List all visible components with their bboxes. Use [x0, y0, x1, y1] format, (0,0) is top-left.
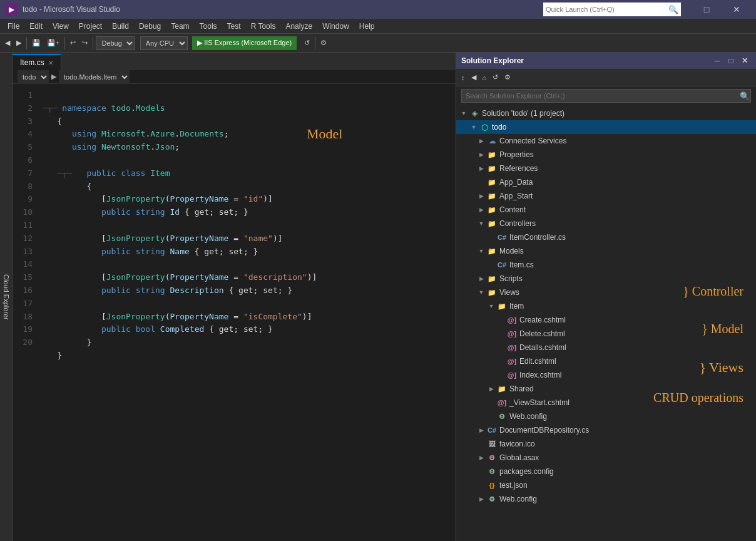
menu-edit[interactable]: Edit: [24, 19, 48, 34]
cs-icon: C#: [496, 261, 508, 269]
toolbar-forward[interactable]: ▶: [14, 36, 24, 51]
tree-item-controllers[interactable]: ▼📁Controllers: [456, 217, 756, 230]
close-button[interactable]: ✕: [722, 0, 751, 19]
menu-rtools[interactable]: R Tools: [246, 19, 281, 34]
expand-icon: ▶: [476, 152, 486, 158]
se-float-button[interactable]: □: [725, 54, 737, 67]
toolbar-save[interactable]: 💾: [29, 36, 43, 51]
tree-item-packages-config[interactable]: ⚙packages.config: [456, 465, 756, 478]
tree-item-create-cshtml[interactable]: @]Create.cshtml: [456, 313, 756, 327]
tree-item-label: Views: [499, 288, 519, 297]
tree-item-connectedservices[interactable]: ▶☁Connected Services: [456, 134, 756, 148]
tree-item-delete-cshtml[interactable]: @]Delete.cshtml: [456, 327, 756, 341]
tree-item-details-cshtml[interactable]: @]Details.cshtml: [456, 341, 756, 354]
toolbar-more[interactable]: ⚙: [318, 36, 329, 51]
run-button[interactable]: ▶ IIS Express (Microsoft Edge): [192, 36, 297, 50]
cloud-explorer-tab[interactable]: Cloud Explorer: [0, 53, 13, 541]
tree-item-label: App_Start: [499, 192, 533, 200]
folder-icon: 📁: [486, 206, 498, 214]
menu-tools[interactable]: Tools: [195, 19, 222, 34]
tree-item-favicon-ico[interactable]: 🖼favicon.ico: [456, 437, 756, 451]
model-annotation: Model: [307, 123, 342, 145]
line-numbers: 12345 678910 1112131415 1617181920: [13, 84, 38, 541]
breadcrumb-project-dropdown[interactable]: todo: [18, 70, 49, 84]
se-search-input[interactable]: [461, 89, 751, 103]
project-icon: ⬡: [479, 123, 490, 132]
tree-item-content[interactable]: ▶📁Content: [456, 203, 756, 217]
se-back-btn[interactable]: ◀: [469, 70, 479, 85]
expand-icon: ▶: [476, 455, 486, 461]
tree-item-label: Shared: [509, 384, 534, 393]
menu-team[interactable]: Team: [166, 19, 194, 34]
se-sync-btn[interactable]: ↕: [459, 70, 467, 85]
expand-icon: ▶: [476, 427, 486, 433]
tree-item-references[interactable]: ▶📁References: [456, 162, 756, 175]
title-bar: ▶ todo - Microsoft Visual Studio 🔍 ─ □ ✕: [0, 0, 756, 19]
cs-icon: C#: [486, 426, 498, 434]
platform-dropdown[interactable]: Any CPU: [140, 36, 188, 50]
menu-test[interactable]: Test: [222, 19, 246, 34]
tree-item-item-cs[interactable]: C#Item.cs: [456, 258, 756, 272]
solution-explorer-title-bar: Solution Explorer ─ □ ✕: [456, 53, 756, 69]
toolbar-refresh[interactable]: ↺: [302, 36, 312, 51]
menu-project[interactable]: Project: [74, 19, 107, 34]
tab-item-cs[interactable]: Item.cs ✕: [13, 54, 61, 70]
se-close-button[interactable]: ✕: [738, 54, 751, 67]
se-home-btn[interactable]: ⌂: [480, 70, 489, 85]
tree-item-label: Controllers: [499, 219, 536, 228]
tree-item-web-config[interactable]: ⚙Web.config: [456, 410, 756, 423]
tree-project-todo[interactable]: ▼ ⬡ todo: [456, 120, 756, 134]
quick-launch-input[interactable]: [546, 6, 668, 13]
tree-item-models[interactable]: ▼📁Models: [456, 244, 756, 258]
tree-item-itemcontroller-cs[interactable]: C#ItemController.cs: [456, 230, 756, 244]
se-refresh-btn[interactable]: ↺: [490, 70, 501, 85]
tree-item-label: Details.cshtml: [519, 343, 566, 352]
menu-help[interactable]: Help: [354, 19, 380, 34]
folder-icon: 📁: [486, 247, 498, 255]
code-content[interactable]: ─┬─ namespace todo.Models { using Micros…: [38, 84, 456, 541]
tree-item-label: Edit.cshtml: [519, 357, 556, 366]
menu-analyze[interactable]: Analyze: [280, 19, 317, 34]
tree-item-app_data[interactable]: 📁App_Data: [456, 175, 756, 189]
toolbar-saveall[interactable]: 💾+: [44, 36, 62, 51]
tree-item-item[interactable]: ▼📁Item: [456, 299, 756, 313]
tree-item-documentdbrepository-cs[interactable]: ▶C#DocumentDBRepository.cs: [456, 423, 756, 437]
se-search-icon: 🔍: [740, 91, 750, 101]
tree-item-scripts[interactable]: ▶📁Scripts: [456, 272, 756, 286]
tree-item-shared[interactable]: ▶📁Shared: [456, 382, 756, 396]
tree-item-index-cshtml[interactable]: @]Index.cshtml: [456, 368, 756, 382]
tab-label: Item.cs: [20, 58, 44, 67]
tree-solution[interactable]: ▼ ◈ Solution 'todo' (1 project): [456, 106, 756, 120]
se-settings-btn[interactable]: ⚙: [502, 70, 513, 85]
tree-item-_viewstart-cshtml[interactable]: @]_ViewStart.cshtml: [456, 396, 756, 410]
folder-icon: 📁: [486, 151, 498, 159]
toolbar-redo[interactable]: ↪: [79, 36, 90, 51]
menu-build[interactable]: Build: [107, 19, 134, 34]
tree-item-app_start[interactable]: ▶📁App_Start: [456, 189, 756, 203]
ico-icon: 🖼: [486, 440, 498, 448]
toolbar-undo[interactable]: ↩: [68, 36, 78, 51]
se-pin-button[interactable]: ─: [711, 54, 723, 67]
menu-debug[interactable]: Debug: [134, 19, 166, 34]
tree-item-label: Content: [499, 205, 526, 214]
expand-icon: ▼: [476, 289, 486, 296]
expand-icon: ▼: [486, 303, 496, 309]
tree-item-label: App_Data: [499, 178, 533, 187]
menu-view[interactable]: View: [48, 19, 74, 34]
tree-item-views[interactable]: ▼📁Views: [456, 286, 756, 299]
tree-item-global-asax[interactable]: ▶⚙Global.asax: [456, 451, 756, 465]
menu-file[interactable]: File: [3, 19, 24, 34]
vs-icon: ▶: [5, 3, 18, 16]
tree-item-web-config[interactable]: ▶⚙Web.config: [456, 492, 756, 506]
tree-item-label: Web.config: [509, 412, 547, 421]
tab-close-icon[interactable]: ✕: [48, 59, 53, 66]
razor-icon: @]: [506, 316, 518, 324]
toolbar-back[interactable]: ◀: [3, 36, 13, 51]
tree-item-properties[interactable]: ▶📁Properties: [456, 148, 756, 162]
breadcrumb-class-dropdown[interactable]: todo.Models.Item: [59, 70, 130, 84]
maximize-button[interactable]: □: [692, 0, 721, 19]
menu-window[interactable]: Window: [317, 19, 354, 34]
debug-mode-dropdown[interactable]: Debug: [96, 36, 135, 50]
tree-item-test-json[interactable]: {}test.json: [456, 478, 756, 492]
tree-item-edit-cshtml[interactable]: @]Edit.cshtml: [456, 354, 756, 368]
